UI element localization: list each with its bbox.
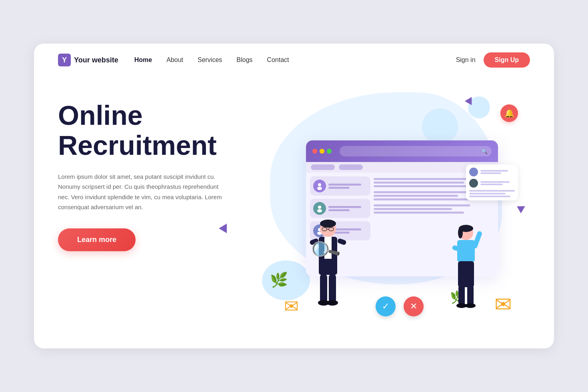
nav-about[interactable]: About	[166, 56, 183, 64]
browser-header: 🔍	[306, 140, 498, 162]
hero-right: 🔔 🔍	[250, 84, 530, 324]
svg-point-2	[318, 206, 321, 209]
rline	[480, 172, 501, 174]
search-icon: 🔍	[481, 148, 488, 154]
iline	[374, 204, 470, 206]
resume-avatar-2	[469, 179, 478, 188]
svg-point-3	[317, 209, 322, 212]
svg-rect-17	[329, 274, 336, 303]
cross-button[interactable]: ✕	[404, 296, 424, 316]
svg-point-0	[318, 183, 321, 186]
logo-icon: Y	[58, 54, 71, 66]
cline	[328, 209, 350, 211]
logo-text: Your website	[74, 56, 118, 64]
nav-contact[interactable]: Contact	[267, 56, 289, 64]
rline	[480, 181, 510, 183]
page-wrapper: Y Your website Home About Services Blogs…	[34, 44, 554, 348]
iline	[374, 198, 482, 200]
candidate-avatar-2	[313, 202, 326, 215]
arrow-icon	[219, 224, 227, 233]
resume-row-1	[469, 168, 515, 176]
hero-title: Online Recruitment	[58, 100, 250, 160]
envelope-right-icon: ✉	[494, 292, 512, 316]
blob-small-1	[422, 108, 458, 144]
sign-in-button[interactable]: Sign in	[456, 56, 476, 64]
iline	[374, 191, 476, 193]
candidate-card-1	[310, 176, 370, 196]
candidate-lines-2	[328, 206, 367, 211]
svg-rect-16	[320, 274, 327, 303]
dot-yellow	[320, 149, 324, 154]
svg-point-1	[317, 187, 322, 190]
iline	[374, 212, 464, 214]
resume-lines-1	[480, 170, 515, 174]
resume-avatar-1	[469, 168, 478, 176]
rline	[469, 193, 506, 194]
iline	[374, 185, 470, 187]
iline	[374, 208, 452, 210]
cline	[328, 206, 361, 208]
nav-actions: Sign in Sign Up	[456, 52, 530, 68]
nav-blogs[interactable]: Blogs	[236, 56, 252, 64]
svg-rect-15	[337, 238, 347, 246]
nav-services[interactable]: Services	[198, 56, 222, 64]
svg-point-22	[458, 227, 463, 238]
resume-lines-2	[480, 181, 515, 185]
svg-point-30	[465, 303, 476, 308]
hero-section: Online Recruitment Lorem ipsum dolor sit…	[34, 76, 554, 348]
hero-left: Online Recruitment Lorem ipsum dolor sit…	[58, 84, 250, 324]
man-figure	[306, 219, 350, 312]
dot-green	[327, 149, 332, 154]
leaf-left-icon: 🌿	[270, 272, 288, 288]
info-lines-3	[374, 204, 494, 214]
iline	[374, 182, 464, 184]
triangle-mid-icon	[517, 203, 527, 213]
envelope-left-icon: ✉	[284, 296, 299, 316]
cline	[328, 187, 350, 189]
rline	[469, 196, 510, 197]
rline	[480, 184, 503, 185]
candidate-lines-1	[328, 184, 367, 189]
logo: Y Your website	[58, 54, 118, 66]
resume-row-2	[469, 179, 515, 188]
notification-bell-icon: 🔔	[500, 104, 518, 122]
rline	[469, 190, 515, 192]
cline	[328, 184, 361, 186]
hero-description: Lorem ipsum dolor sit amet, sea putant s…	[58, 172, 226, 212]
nav-links: Home About Services Blogs Contact	[134, 56, 456, 64]
browser-dots	[312, 149, 332, 154]
browser-search-bar[interactable]: 🔍	[340, 146, 492, 156]
svg-rect-24	[472, 230, 483, 249]
sign-up-button[interactable]: Sign Up	[484, 52, 530, 68]
svg-rect-23	[457, 240, 475, 262]
check-button[interactable]: ✓	[376, 296, 396, 316]
learn-more-button[interactable]: Learn more	[58, 228, 136, 251]
rline	[480, 170, 508, 172]
candidate-card-2	[310, 199, 370, 218]
action-buttons: ✓ ✕	[376, 296, 424, 316]
resume-card	[466, 164, 518, 200]
svg-rect-28	[467, 285, 474, 306]
nav-pill-2	[339, 164, 363, 170]
svg-point-19	[327, 300, 338, 306]
nav-pill-1	[311, 164, 335, 170]
dot-red	[312, 149, 317, 154]
svg-point-7	[320, 220, 336, 228]
navbar: Y Your website Home About Services Blogs…	[34, 44, 554, 76]
woman-figure	[446, 223, 486, 312]
svg-rect-26	[458, 261, 474, 287]
candidate-avatar-1	[313, 180, 326, 192]
svg-rect-27	[458, 285, 465, 306]
nav-home[interactable]: Home	[134, 56, 152, 64]
iline	[374, 195, 458, 197]
